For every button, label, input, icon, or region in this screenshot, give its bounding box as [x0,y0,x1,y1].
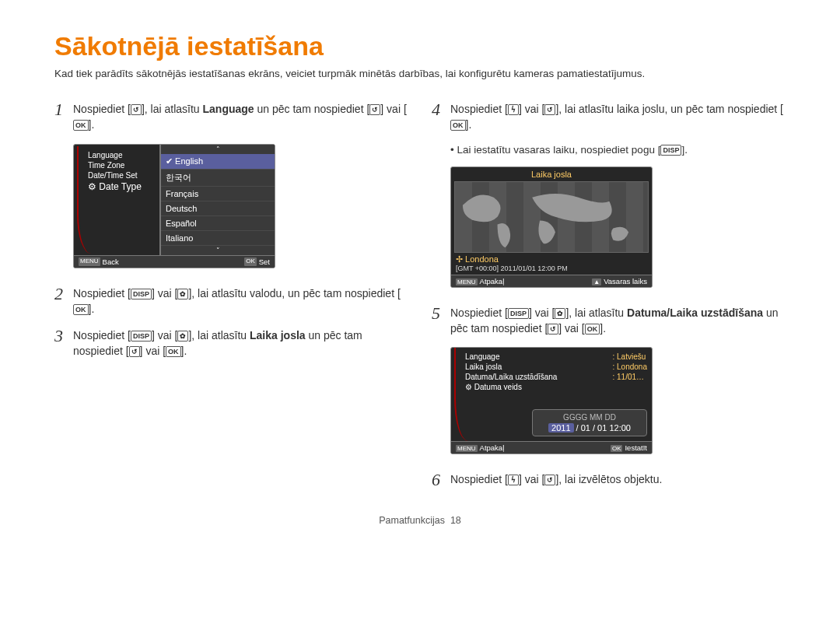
step-4-note: Lai iestatītu vasaras laiku, nospiediet … [450,144,786,156]
ok-icon: OK [166,346,181,357]
page-footer: Pamatfunkcijas 18 [54,515,786,526]
menu-btn-label: MENU [456,278,478,285]
gear-icon: ⚙ Date Type [88,181,156,192]
ok-btn-label: OK [244,257,257,266]
step-2-text: Nospiediet [DISP] vai [], lai atlasītu v… [73,285,408,317]
ok-icon: OK [73,120,89,131]
timer-icon [129,346,140,357]
disp-icon: DISP [131,289,152,299]
language-option: Deutsch [161,201,275,216]
step-number: 4 [432,101,450,133]
macro-icon [177,331,188,342]
language-screen: Language Time Zone Date/Time Set ⚙ Date … [73,144,275,268]
menu-btn-label: MENU [456,445,478,452]
step-5-text: Nospiediet [DISP] vai [], lai atlasītu D… [450,305,786,337]
timer-icon [544,104,555,115]
setting-row: Laika josla [465,363,557,371]
language-option: 한국어 [161,170,275,187]
disp-icon: DISP [508,308,529,319]
scroll-up-icon: ˄ [161,145,275,154]
year-field: 2011 [548,423,573,433]
step-number: 3 [54,328,73,359]
setting-row: Datuma/Laika uzstādīšana [465,373,557,381]
timezone-title: Laika josla [451,167,652,181]
disp-icon: DISP [131,331,152,342]
step-number: 2 [54,285,73,317]
step-number: 1 [54,101,73,133]
language-option: ✔ English [161,154,275,170]
city-label: ✢ Londona [451,253,652,264]
intro-text: Kad tiek parādīts sākotnējās iestatīšana… [54,68,786,79]
timer-icon [369,104,380,115]
scroll-down-icon: ˅ [161,246,275,255]
timer-icon [131,104,142,115]
menu-item: Time Zone [88,161,156,170]
setting-value: : Londona [613,363,648,371]
timer-icon [544,475,555,485]
setting-value: : Latviešu [613,352,648,361]
menu-btn-label: MENU [79,257,100,266]
language-option: Français [161,187,275,201]
flash-icon [508,475,519,485]
step-number: 5 [432,305,450,337]
setting-row: Language [465,352,557,361]
macro-icon [177,289,188,299]
ok-icon: OK [450,120,466,131]
ok-icon: OK [585,324,600,335]
date-editor: GGGG MM DD 2011 / 01 / 01 12:00 [532,409,647,436]
macro-icon [555,308,565,319]
menu-item: Language [88,151,156,159]
ok-icon: OK [73,304,89,315]
step-3-text: Nospiediet [DISP] vai [], lai atlasītu L… [73,328,408,359]
step-number: 6 [432,471,450,489]
setting-row: ⚙ Datuma veids [465,383,557,391]
menu-item: Date/Time Set [88,171,156,180]
step-4-text: Nospiediet [] vai [], lai atlasītu laika… [450,101,786,133]
language-option: Español [161,216,275,231]
step-1-text: Nospiediet [], lai atlasītu Language un … [73,101,408,133]
step-6-text: Nospiediet [] vai [], lai izvēlētos obje… [450,471,786,489]
ok-btn-label: OK [611,445,623,452]
timer-icon [548,324,558,335]
timezone-screen: Laika josla ✢ Londona [GMT +00:00] 2011/… [450,166,653,288]
disp-icon: DISP [660,145,681,156]
setting-value [613,383,648,391]
gmt-label: [GMT +00:00] 2011/01/01 12:00 PM [451,264,652,275]
setting-value: : 11/01… [613,373,648,381]
world-map [454,181,649,253]
datetime-screen: Language Laika josla Datuma/Laika uzstād… [450,347,653,454]
page-title: Sākotnējā iestatīšana [54,31,786,61]
language-option: Italiano [161,231,275,246]
flash-icon [508,104,519,115]
up-btn-label: ▲ [592,278,601,285]
